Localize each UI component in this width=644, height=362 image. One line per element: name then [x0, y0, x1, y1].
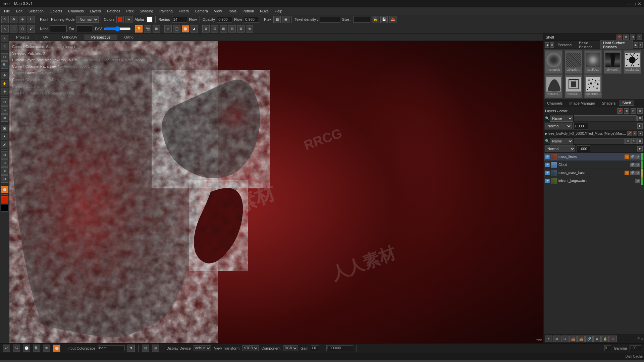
layers-settings-btn[interactable]: ⚙	[624, 108, 629, 114]
layers-expand-btn[interactable]: ⊡	[631, 108, 636, 114]
swap-colors-btn[interactable]: ⇆	[125, 16, 132, 23]
layer-delete-btn[interactable]: ✕	[609, 336, 617, 342]
shelf-expand-btn[interactable]: ⊡	[630, 35, 635, 40]
panel-tab-shelf[interactable]: Shelf	[619, 100, 634, 106]
layer-export-btn[interactable]: 📤	[577, 336, 585, 342]
frame-btn[interactable]: ⊡	[211, 25, 218, 33]
cylinder-btn[interactable]: ◯	[173, 25, 180, 33]
viewport-canvas[interactable]: Current Colorspace: Automatic (linear) S…	[9, 41, 543, 343]
alpha-swatch[interactable]	[146, 16, 153, 23]
menu-filters[interactable]: Filters	[176, 8, 192, 14]
layer-search-input[interactable]	[574, 115, 637, 121]
brush-cracksplat[interactable]: crackSplat	[624, 50, 641, 74]
tool-dropper-side[interactable]: ✦	[1, 133, 8, 140]
tab-perspective[interactable]: Perspective	[85, 35, 117, 40]
layer-tree-search-clear[interactable]: ✕	[625, 138, 631, 144]
layer-search-clear[interactable]: ✕	[637, 116, 643, 121]
tool-search-side[interactable]: 🔍	[1, 61, 8, 69]
layer-vis-moss-flecks[interactable]: 👁	[545, 155, 550, 159]
tool-paint-side[interactable]: ✎	[1, 43, 8, 50]
menu-shading[interactable]: Shading	[137, 8, 156, 14]
menu-edit[interactable]: Edit	[13, 8, 25, 14]
gamma-input[interactable]	[630, 345, 641, 351]
shelf-close-btn[interactable]: ✕	[637, 35, 642, 40]
brush-rustyblob[interactable]: rustyBlob	[545, 50, 562, 74]
panel-tab-channels[interactable]: Channels	[544, 101, 566, 106]
layer-lock-btn[interactable]: 🔒	[601, 336, 609, 342]
layers-pin-btn[interactable]: 📌	[617, 108, 623, 114]
tab-uv[interactable]: UV	[37, 35, 55, 40]
layer-duplicate-btn[interactable]: ⊡	[561, 336, 569, 342]
opacity-value-input[interactable]	[573, 123, 588, 129]
light-btn[interactable]: 💡	[135, 25, 143, 33]
layer-link2-icon[interactable]: 🔗	[630, 163, 635, 167]
layer-prop2-icon[interactable]: ⚙	[635, 163, 640, 167]
radius-input[interactable]	[172, 16, 187, 23]
layer-blend-arrow[interactable]: ▶	[637, 146, 643, 152]
save-btn[interactable]: 💾	[380, 16, 388, 23]
shelf-nav-right[interactable]: ▶	[634, 42, 638, 48]
undo-btn[interactable]: ↩	[3, 345, 10, 352]
layer-link3-icon[interactable]: 🔗	[630, 171, 635, 175]
brush-scuff001[interactable]: scuff001	[584, 50, 602, 74]
painting-mode-dropdown[interactable]: Normal	[76, 16, 99, 23]
layer-item-lobster[interactable]: 👁 lobster_largewatch ⚙	[544, 177, 644, 185]
layers-search-type[interactable]: Name	[550, 115, 573, 122]
paint-select-btn[interactable]: 🖌	[28, 25, 35, 33]
redo-btn[interactable]: ↪	[13, 345, 20, 352]
zoom-btn[interactable]: 🔍	[33, 345, 40, 352]
tab-ortho-uv[interactable]: Ortho/UV	[55, 35, 85, 40]
sphere-btn[interactable]: ○	[164, 25, 172, 33]
ptex-grid-btn[interactable]: ▦	[273, 16, 281, 23]
far-input[interactable]	[76, 25, 93, 32]
layer-link-icon[interactable]: 🔗	[630, 155, 635, 159]
panel-tab-shaders[interactable]: Shaders	[599, 101, 619, 106]
shelf-pin-btn[interactable]: 📌	[616, 35, 622, 40]
tool-smear-side[interactable]: ↝	[1, 106, 8, 114]
gain-input[interactable]	[311, 345, 319, 351]
blend-arrow-btn[interactable]: ▶	[637, 123, 643, 129]
menu-tools[interactable]: Tools	[225, 8, 239, 14]
shelf-tab-basic[interactable]: Basic Brushes	[576, 40, 599, 50]
colorspace-flag[interactable]: ⊡	[142, 345, 149, 352]
layer-tree-search-input[interactable]	[574, 138, 625, 144]
layer-blend-mode-select[interactable]: Normal	[545, 145, 575, 152]
shelf-nav-left[interactable]: ◀	[545, 42, 549, 48]
foreground-color-side[interactable]	[1, 196, 8, 203]
menu-nuke[interactable]: Nuke	[257, 8, 271, 14]
lasso-btn[interactable]: ⬡	[19, 25, 26, 33]
layer-item-moss-mask-base[interactable]: 👁 moss_mask_base M 🔗 ⚙	[544, 169, 644, 177]
tool-select-btn[interactable]: ↖	[1, 16, 9, 23]
layer-tree-close-btn[interactable]: ✕	[638, 131, 643, 136]
active-display-btn[interactable]: ⬤	[53, 345, 60, 352]
input-cs-value[interactable]	[98, 345, 125, 351]
blend-mode-dropdown[interactable]: Normal	[545, 123, 572, 129]
brush-metalsc[interactable]: metalSc...	[565, 74, 582, 98]
flat-btn[interactable]: ◕	[191, 25, 198, 33]
shelf-tab-personal[interactable]: Personal	[555, 42, 575, 48]
shelf-tab-hard-surface[interactable]: Hard Surface Brushes	[600, 40, 633, 50]
minimize-button[interactable]: —	[627, 1, 631, 6]
camera-btn[interactable]: 📷	[144, 25, 151, 33]
menu-view[interactable]: View	[211, 8, 225, 14]
layer-link-btn[interactable]: 🔗	[585, 336, 593, 342]
shelf-add-btn[interactable]: +	[639, 42, 643, 48]
layer-item-moss-flecks[interactable]: 👁 moss_flecks M 🔗 ⚙	[544, 153, 644, 161]
menu-layers[interactable]: Layers	[87, 8, 104, 14]
layer-mask2-icon[interactable]: M	[625, 171, 629, 175]
panel-tab-image-manager[interactable]: Image Manager	[566, 101, 598, 106]
exposure-input[interactable]	[326, 345, 353, 351]
flow-input[interactable]	[244, 16, 259, 23]
tool-brush-side[interactable]: 🖌	[1, 141, 8, 148]
layers-close-btn[interactable]: ✕	[637, 108, 643, 114]
ptex-mesh-btn[interactable]: ◉	[282, 16, 289, 23]
layer-vis-moss-mask[interactable]: 👁	[545, 171, 550, 175]
layer-tree-pin-btn[interactable]: 📌	[627, 131, 632, 136]
marquee-btn[interactable]: ⬚	[10, 25, 17, 33]
reset-btn[interactable]: ⊠	[202, 25, 210, 33]
size-input[interactable]	[354, 16, 370, 23]
component-select[interactable]: RGB	[283, 345, 298, 351]
maximize-button[interactable]: □	[633, 1, 636, 6]
input-cs-btn[interactable]: ▼	[127, 345, 135, 352]
brush-specbres[interactable]: SpecBres...	[584, 74, 602, 98]
